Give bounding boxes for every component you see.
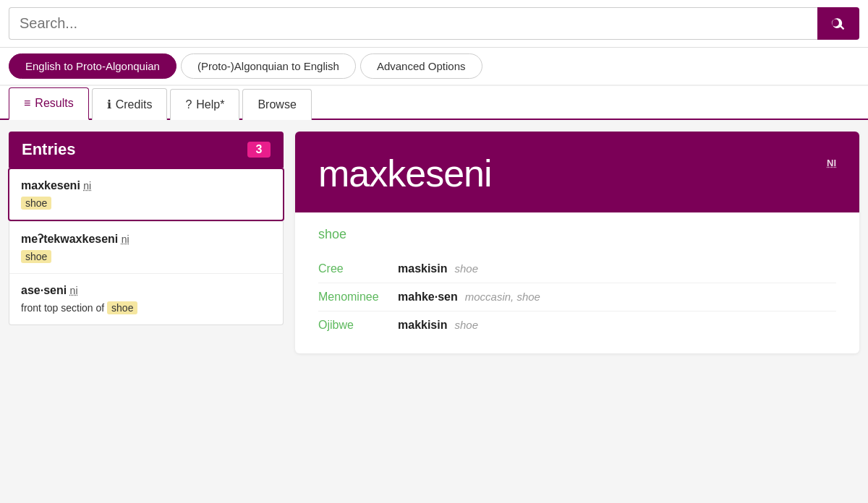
tab-help-label: Help* [196,98,224,111]
entry-detail-card: maxkeseni NI shoe Cree maskisin shoe Men… [295,132,859,353]
left-panel: Entries 3 maxkeseni ni shoe meʔtekwaxkes… [9,132,284,353]
mode-tabs: English to Proto-Algonquian (Proto-)Algo… [0,48,868,86]
tab-help[interactable]: ? Help* [170,89,239,120]
entry-word-class-val-2: ni [70,285,78,296]
tab-credits[interactable]: ℹ Credits [92,88,168,120]
entry-detail-badge: NI [827,158,836,168]
entry-detail-header: maxkeseni NI [295,132,859,212]
help-icon: ? [185,98,192,111]
lang-name-menominee: Menominee [318,291,391,304]
tab-browse-label: Browse [258,98,296,111]
nav-tabs: ≡ Results ℹ Credits ? Help* Browse [0,86,868,120]
entry-detail-title: maxkeseni [318,152,492,195]
entry-word-1: meʔtekwaxkeseni [21,233,118,245]
entries-badge: 3 [247,142,271,158]
entry-gloss-1: shoe [21,250,51,263]
lang-word-ojibwe: makkisin [398,319,447,332]
results-icon: ≡ [24,97,30,110]
tab-browse[interactable]: Browse [242,89,311,120]
search-button[interactable] [817,7,859,40]
search-bar: shoe [0,0,868,48]
entry-detail-gloss: shoe [318,227,836,242]
tab-eng-to-proto[interactable]: English to Proto-Algonquian [9,53,176,79]
main-content: Entries 3 maxkeseni ni shoe meʔtekwaxkes… [0,120,868,365]
lang-name-ojibwe: Ojibwe [318,319,391,332]
search-input[interactable]: shoe [9,7,817,40]
lang-name-cree: Cree [318,262,391,275]
entry-word-line-1: meʔtekwaxkeseni ni [21,232,271,246]
entry-word-line-2: ase·seni ni [21,284,271,297]
tab-proto-to-eng[interactable]: (Proto-)Algonquian to English [181,53,356,79]
lang-gloss-menominee: moccasin, shoe [465,291,540,303]
entries-header: Entries 3 [9,132,284,168]
entry-gloss-2: shoe [107,301,137,314]
lang-entry-cree: Cree maskisin shoe [318,255,836,283]
entry-card-ase-seni[interactable]: ase·seni ni front top section of shoe [9,273,284,325]
search-icon [830,16,846,32]
credits-icon: ℹ [107,98,111,111]
entry-card-maxkeseni[interactable]: maxkeseni ni shoe [8,168,284,221]
entry-gloss-text-2: front top section of [21,302,107,314]
entry-word-2: ase·seni [21,284,67,296]
lang-word-menominee: mahke·sen [398,291,458,304]
entry-word-class-0: ni [83,180,91,192]
entry-detail-body: shoe Cree maskisin shoe Menominee mahke·… [295,212,859,353]
tab-results[interactable]: ≡ Results [9,87,89,120]
entry-card-me7tekwaxkeseni[interactable]: meʔtekwaxkeseni ni shoe [9,221,284,273]
tab-credits-label: Credits [116,98,153,111]
right-panel: maxkeseni NI shoe Cree maskisin shoe Men… [295,132,859,353]
entry-gloss-0: shoe [21,197,51,210]
lang-gloss-cree: shoe [454,262,478,275]
tab-results-label: Results [35,97,73,110]
entry-word-class-val-1: ni [122,233,129,245]
lang-entry-menominee: Menominee mahke·sen moccasin, shoe [318,283,836,311]
entry-word-line: maxkeseni ni [21,179,271,192]
lang-entry-ojibwe: Ojibwe makkisin shoe [318,311,836,339]
entry-word: maxkeseni [21,179,80,192]
entries-title: Entries [22,140,76,159]
tab-advanced[interactable]: Advanced Options [360,53,482,79]
lang-word-cree: maskisin [398,262,447,275]
lang-gloss-ojibwe: shoe [454,319,478,331]
